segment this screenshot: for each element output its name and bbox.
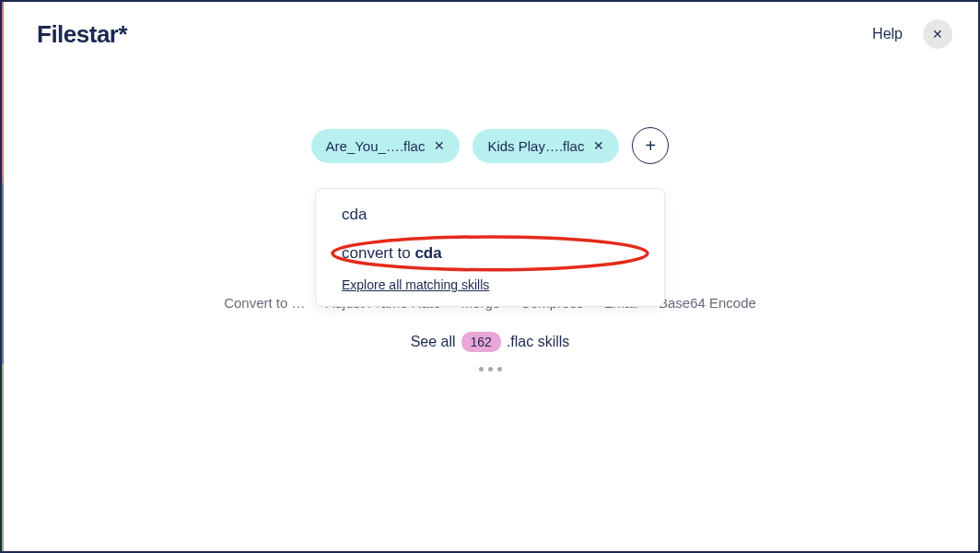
command-dropdown: convert to cda Explore all matching skil… bbox=[315, 188, 665, 307]
header-actions: Help ✕ bbox=[872, 19, 952, 49]
suggestion-prefix: convert to bbox=[342, 244, 414, 262]
explore-skills-link[interactable]: Explore all matching skills bbox=[316, 274, 515, 292]
close-icon: ✕ bbox=[932, 27, 943, 41]
file-chip-remove-icon[interactable]: ✕ bbox=[434, 139, 445, 152]
command-input-wrap bbox=[316, 206, 664, 235]
suggestion-match: cda bbox=[414, 244, 441, 262]
see-all-prefix: See all bbox=[411, 334, 456, 350]
skill-item[interactable]: Base64 Encode bbox=[659, 295, 756, 311]
app-brand: Filestar* bbox=[37, 20, 127, 49]
file-chip[interactable]: Are_You_….flac ✕ bbox=[311, 129, 461, 163]
skill-item[interactable]: Convert to … bbox=[224, 295, 305, 311]
plus-icon: + bbox=[646, 135, 657, 157]
see-all-skills-row[interactable]: See all 162 .flac skills bbox=[2, 332, 978, 352]
file-chip-label: Kids Play….flac bbox=[487, 138, 584, 154]
brand-star-icon: * bbox=[119, 20, 128, 48]
close-button[interactable]: ✕ bbox=[923, 19, 952, 49]
brand-name: Filestar bbox=[37, 20, 119, 48]
command-input[interactable] bbox=[342, 206, 638, 224]
add-file-button[interactable]: + bbox=[632, 127, 669, 164]
loading-dots-icon bbox=[2, 367, 978, 371]
window-left-edge bbox=[2, 2, 4, 551]
help-link[interactable]: Help bbox=[872, 26, 903, 42]
see-all-suffix: .flac skills bbox=[507, 334, 569, 350]
file-chip[interactable]: Kids Play….flac ✕ bbox=[472, 129, 619, 163]
header-bar: Filestar* Help ✕ bbox=[2, 2, 978, 66]
file-chip-remove-icon[interactable]: ✕ bbox=[593, 139, 604, 152]
file-chip-label: Are_You_….flac bbox=[326, 138, 426, 154]
suggestion-row[interactable]: convert to cda bbox=[316, 235, 664, 274]
skill-count-badge: 162 bbox=[461, 332, 501, 352]
suggestion-text: convert to cda bbox=[342, 244, 442, 262]
file-chips-row: Are_You_….flac ✕ Kids Play….flac ✕ + bbox=[2, 127, 978, 164]
